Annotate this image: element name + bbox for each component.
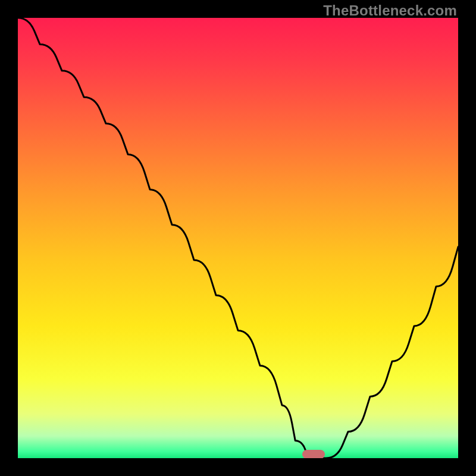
watermark-text: TheBottleneck.com bbox=[323, 2, 457, 19]
bottleneck-curve bbox=[18, 18, 458, 458]
plot-area bbox=[18, 18, 458, 458]
optimal-marker bbox=[302, 450, 325, 458]
outer-frame: TheBottleneck.com bbox=[0, 0, 476, 476]
